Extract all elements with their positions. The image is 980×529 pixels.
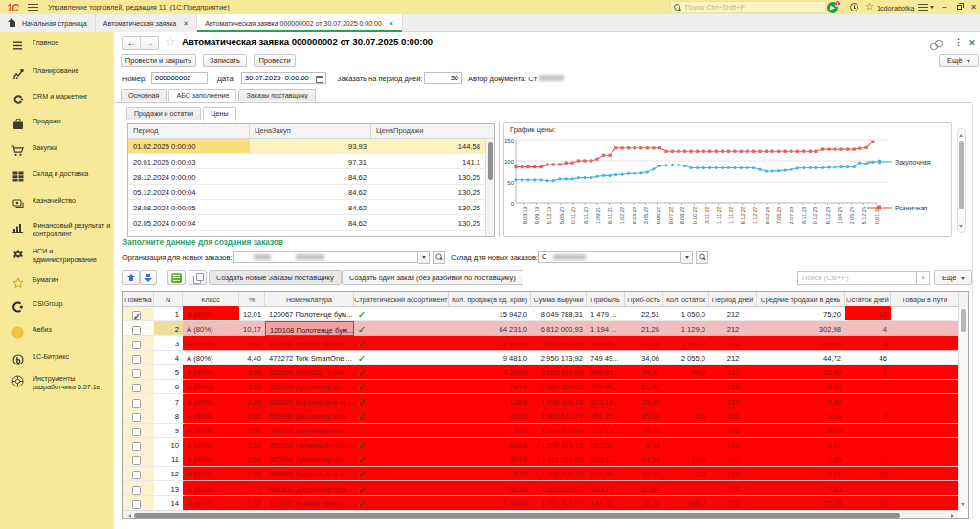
abc-row-1[interactable]: 1А (80%)12,01120067 Полотенце бум...✓15 … bbox=[123, 307, 958, 321]
abc-column-header[interactable]: Стратегический ассортимент bbox=[354, 292, 449, 307]
sidebar-item-1[interactable]: Главное bbox=[0, 39, 114, 52]
row-checkbox[interactable] bbox=[132, 500, 141, 509]
write-button[interactable]: Записать bbox=[203, 54, 247, 67]
abc-row-13[interactable]: 13А (80%)1,77561500 Диспенсер для...✓303… bbox=[123, 481, 958, 496]
price-row-1[interactable]: 01.02.2025 0:00:0093,93144,58 bbox=[128, 139, 494, 154]
scrollbar-thumb[interactable] bbox=[961, 309, 966, 332]
history-icon[interactable] bbox=[850, 3, 858, 11]
sidebar-item-13[interactable]: 1С-Битрикс bbox=[0, 353, 114, 365]
form-tab-1[interactable]: Основная bbox=[121, 89, 167, 101]
abc-row-14[interactable]: 14А (80%)1,58120322 Бумага туалет...✓5 4… bbox=[123, 496, 958, 510]
abc-column-header[interactable]: Класс bbox=[183, 292, 239, 307]
abc-column-header[interactable]: Номенклатура bbox=[265, 292, 354, 307]
scroll-down-arrow-icon[interactable] bbox=[959, 225, 963, 230]
post-and-close-button[interactable]: Провести и закрыть bbox=[121, 54, 196, 67]
price-row-5[interactable]: 28.08.2024 0:00:0584,62130,25 bbox=[128, 200, 494, 215]
abc-column-header[interactable]: Приб-ость bbox=[625, 292, 663, 307]
row-checkbox[interactable] bbox=[132, 428, 141, 436]
price-table-scrollbar[interactable] bbox=[485, 139, 494, 236]
price-row-4[interactable]: 05.12.2024 0:00:0484,62130,25 bbox=[128, 185, 494, 200]
date-input[interactable]: 30.07.2025 0:00:00 bbox=[241, 72, 326, 84]
scroll-down-arrow-icon[interactable] bbox=[961, 503, 965, 508]
tools-menu-icon[interactable] bbox=[918, 4, 928, 11]
clear-search-button[interactable]: × bbox=[917, 271, 930, 285]
order-period-input[interactable]: 30 bbox=[424, 72, 462, 84]
abc-table-vertical-scrollbar[interactable] bbox=[958, 307, 968, 510]
table-more-button[interactable]: Ещё bbox=[934, 270, 972, 285]
price-row-3[interactable]: 28.12.2024 0:00:0084,62130,25 bbox=[128, 169, 494, 185]
post-button[interactable]: Провести bbox=[254, 54, 296, 67]
number-input[interactable]: 000000002 bbox=[151, 72, 208, 84]
sidebar-item-7[interactable]: Казначейство bbox=[0, 197, 114, 209]
scroll-right-arrow-icon[interactable] bbox=[951, 514, 956, 518]
discussions-icon[interactable]: 1 bbox=[827, 1, 839, 13]
tab-close-icon[interactable]: ✕ bbox=[389, 20, 394, 27]
app-tab-0[interactable]: Начальная страница bbox=[0, 14, 96, 32]
organization-dropdown-button[interactable] bbox=[418, 251, 430, 264]
window-close-button[interactable]: ✕ bbox=[968, 1, 980, 13]
abc-row-7[interactable]: 7А (80%)2,89563000 Корзина для м...✓126,… bbox=[123, 394, 958, 408]
abc-column-header[interactable]: Товары в пути bbox=[891, 292, 959, 307]
sidebar-item-2[interactable]: Планирование bbox=[0, 67, 114, 79]
sidebar-item-12[interactable]: Авбиз bbox=[0, 326, 114, 339]
abc-column-header[interactable]: Кол. остаток bbox=[663, 292, 709, 307]
form-tab-2[interactable]: АБС заполнение bbox=[168, 89, 236, 102]
row-checkbox-checked[interactable] bbox=[132, 311, 141, 320]
scrollbar-thumb[interactable] bbox=[488, 142, 493, 180]
price-column-header[interactable]: ЦенаЗакуп bbox=[250, 124, 371, 138]
scrollbar-thumb[interactable] bbox=[134, 513, 900, 518]
row-checkbox[interactable] bbox=[132, 326, 141, 335]
abc-column-header[interactable]: Сумма выручки bbox=[531, 292, 587, 307]
abc-row-9[interactable]: 9А (80%)2,37551108 Диспенсер дл...32,01 … bbox=[123, 424, 958, 438]
row-checkbox[interactable] bbox=[132, 355, 141, 364]
row-checkbox[interactable] bbox=[132, 413, 141, 422]
forward-button[interactable]: → bbox=[141, 37, 158, 49]
calendar-icon[interactable] bbox=[316, 76, 323, 83]
organization-input[interactable] bbox=[233, 251, 418, 263]
abc-row-5[interactable]: 5А (80%)3,56520501 ВЫХОД_ (лам...✓4 240,… bbox=[123, 365, 958, 380]
abc-row-4[interactable]: 4А (80%)4,40472272 Tork SmartOne ...✓9 4… bbox=[123, 351, 958, 365]
form-close-icon[interactable]: ✕ bbox=[969, 37, 976, 48]
sidebar-item-5[interactable]: Закупки bbox=[0, 144, 114, 157]
abc-column-header[interactable]: Пометка bbox=[123, 292, 154, 307]
organization-open-button[interactable] bbox=[433, 251, 445, 264]
price-row-2[interactable]: 20.01.2025 0:00:0397,31141,1 bbox=[128, 154, 494, 169]
window-minimize-button[interactable]: – bbox=[938, 1, 950, 13]
scroll-up-arrow-icon[interactable] bbox=[959, 132, 963, 137]
move-up-button[interactable] bbox=[122, 270, 140, 285]
abc-row-2[interactable]: 2А (80%)10,17120108 Полотенце бум...✓64 … bbox=[123, 321, 958, 336]
pane-splitter[interactable] bbox=[499, 122, 500, 237]
form-more-button[interactable]: Ещё bbox=[939, 54, 979, 67]
inner-tab-1[interactable]: Продажи и остатки bbox=[126, 107, 201, 120]
abc-row-6[interactable]: 6А (80%)3,95553100 Диспенсер дл...✓743,0… bbox=[123, 380, 958, 394]
row-checkbox[interactable] bbox=[132, 471, 141, 479]
row-checkbox[interactable] bbox=[132, 341, 141, 349]
price-row-6[interactable]: 02.05.2024 0:00:0484,62130,25 bbox=[128, 215, 494, 231]
create-single-order-button[interactable]: Создать один заказ (без разбивки по пост… bbox=[342, 270, 523, 285]
row-checkbox[interactable] bbox=[132, 456, 141, 465]
add-to-favorites-icon[interactable]: ☆ bbox=[165, 34, 176, 49]
abc-column-header[interactable]: Прибыль bbox=[587, 292, 625, 307]
abc-column-header[interactable]: % bbox=[239, 292, 265, 307]
row-checkbox[interactable] bbox=[132, 369, 141, 378]
warehouse-dropdown-button[interactable] bbox=[681, 251, 693, 264]
abc-row-8[interactable]: 8А (80%)2,85555000 Диспенсер для...✓416,… bbox=[123, 408, 958, 423]
tab-close-icon[interactable]: ✕ bbox=[183, 20, 189, 27]
abc-column-header[interactable]: Период дней bbox=[709, 292, 757, 307]
abc-row-3[interactable]: 3А (80%)5,45120197 Бумага туалет...✓28 1… bbox=[123, 336, 958, 350]
copy-button[interactable] bbox=[189, 270, 207, 285]
sidebar-item-10[interactable]: Бумагин bbox=[0, 276, 114, 289]
app-tab-1[interactable]: Автоматическая заявка✕ bbox=[96, 14, 197, 32]
sidebar-item-14[interactable]: Инструменты разработчика 6.57.1е bbox=[0, 375, 114, 392]
abc-table-horizontal-scrollbar[interactable] bbox=[123, 510, 958, 518]
sidebar-item-8[interactable]: Финансовый результат и контроллинг bbox=[0, 222, 114, 239]
tab-panel-scrollbar[interactable] bbox=[957, 128, 966, 233]
favorites-icon[interactable]: ☆ bbox=[865, 1, 874, 11]
app-tab-2[interactable]: Автоматическая заявка 000000002 от 30.07… bbox=[197, 14, 403, 32]
abc-row-10[interactable]: 10А (80%)2,50352200 Нетканый про...✓666,… bbox=[123, 438, 958, 452]
more-actions-icon[interactable]: ⋮ bbox=[954, 37, 963, 47]
create-orders-button[interactable]: Создать новые Заказы поставщику bbox=[209, 270, 342, 285]
warehouse-input[interactable]: С bbox=[538, 251, 681, 263]
global-search-input[interactable]: Поиск Ctrl+Shift+F bbox=[670, 1, 826, 13]
abc-column-header[interactable]: Средние продажи в день bbox=[757, 292, 845, 307]
